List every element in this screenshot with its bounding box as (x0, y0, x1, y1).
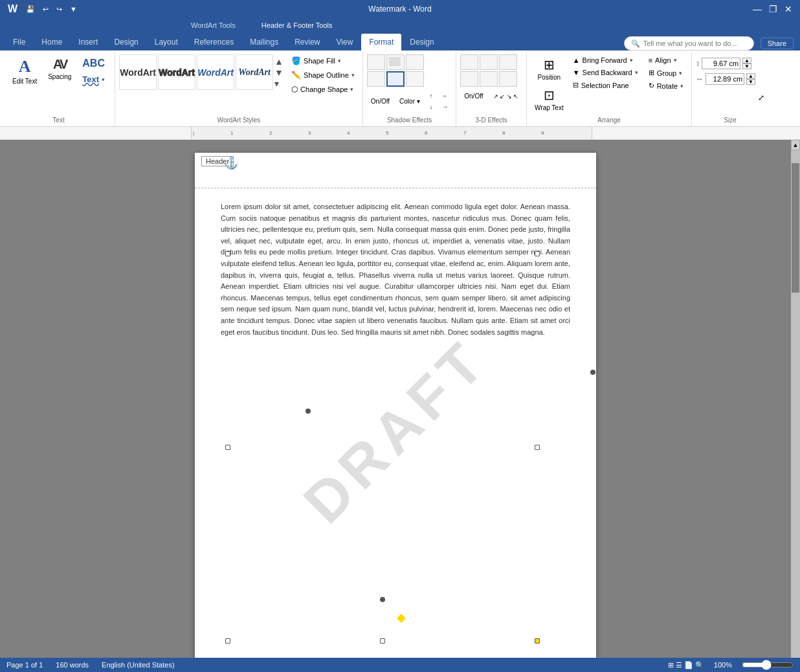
3d-on-off-button[interactable]: On/Off (460, 91, 487, 102)
wordart-style-3[interactable]: WordArt (197, 54, 234, 90)
bring-forward-button[interactable]: ▲ Bring Forward ▾ (569, 54, 642, 66)
tab-references[interactable]: References (186, 34, 241, 50)
wordart-tools-tab[interactable]: WordArt Tools (184, 20, 242, 30)
tab-layout[interactable]: Layout (147, 34, 186, 50)
save-button[interactable]: 💾 (24, 4, 37, 15)
redo-button[interactable]: ↪ (54, 4, 64, 15)
ribbon-group-shadow: On/Off Color ▾ ↑ ↓ ← → Shadow Effects (363, 52, 456, 126)
3d-style-4[interactable] (460, 71, 478, 87)
position-button[interactable]: ⊞ Position (531, 54, 568, 84)
scrollbar-track[interactable] (791, 150, 800, 672)
tab-file[interactable]: File (5, 34, 33, 50)
right-scrollbar[interactable]: ▲ ▼ (791, 140, 800, 672)
handle-middle-right[interactable] (535, 445, 540, 450)
width-input[interactable] (706, 73, 744, 85)
3d-style-5[interactable] (480, 71, 498, 87)
shadow-style-3[interactable] (406, 54, 424, 70)
search-input[interactable] (643, 39, 747, 47)
tab-review[interactable]: Review (287, 34, 328, 50)
zoom-slider[interactable] (742, 660, 794, 670)
shape-outline-button[interactable]: ✏️ Shape Outline ▾ (287, 69, 359, 82)
edit-text-button[interactable]: A Edit Text (6, 54, 43, 88)
wordart-style-2[interactable]: WordArt (158, 54, 195, 90)
scrollbar-thumb[interactable] (792, 163, 799, 293)
app-title: Watermark - Word (368, 5, 431, 14)
text-group-content: A Edit Text AV Spacing ABC Text ▾ (6, 53, 111, 115)
shadow-nudge-up[interactable]: ↑ (426, 91, 437, 101)
shadow-style-5[interactable] (386, 71, 405, 87)
size-expand-button[interactable]: ⤢ (758, 93, 764, 102)
height-input[interactable] (702, 58, 740, 69)
change-shape-button[interactable]: ⬡ Change Shape ▾ (287, 83, 359, 96)
customize-qat-button[interactable]: ▼ (68, 4, 79, 14)
text-dropdown-icon: ▾ (102, 76, 105, 83)
group-button[interactable]: ⊞ Group ▾ (645, 67, 687, 79)
header-area[interactable]: ⚓ Header (195, 153, 596, 188)
av-spacing-button[interactable]: AV Spacing (44, 54, 75, 84)
anchor-icon: ⚓ (224, 156, 238, 170)
shadow-style-2[interactable] (386, 54, 405, 70)
shadow-color-button[interactable]: Color ▾ (395, 91, 424, 112)
shadow-style-6[interactable] (406, 71, 424, 87)
shadow-style-1[interactable] (367, 54, 385, 70)
handle-bottom-left[interactable] (225, 638, 230, 644)
shadow-style-4[interactable] (367, 71, 385, 87)
3d-style-3[interactable] (499, 54, 517, 70)
undo-button[interactable]: ↩ (41, 4, 50, 15)
minimize-button[interactable]: — (751, 3, 764, 16)
size-group-label: Size (696, 115, 764, 125)
title-bar-left: W 💾 ↩ ↪ ▼ (5, 3, 79, 16)
text-effects-button[interactable]: Text ▾ (78, 73, 109, 86)
word-count: 160 words (56, 661, 89, 669)
selection-pane-icon: ⊟ (573, 81, 579, 89)
3d-style-6[interactable] (499, 71, 517, 87)
shape-outline-icon: ✏️ (291, 71, 301, 80)
handle-bottom-right[interactable] (535, 638, 540, 644)
align-button[interactable]: ≡ Align ▾ (645, 54, 687, 66)
close-button[interactable]: ✕ (782, 3, 795, 16)
handle-middle-left[interactable] (225, 445, 230, 450)
shadow-controls: On/Off Color ▾ ↑ ↓ ← → (367, 91, 452, 112)
tab-mailings[interactable]: Mailings (242, 34, 286, 50)
position-icon: ⊞ (544, 57, 555, 73)
wordart-style-1[interactable]: WordArt (119, 54, 157, 90)
shape-fill-button[interactable]: 🪣 Shape Fill ▾ (287, 54, 359, 67)
gallery-scroll[interactable]: ▲ ▼ ▾ (274, 56, 283, 89)
3d-group-label: 3-D Effects (460, 115, 522, 125)
ribbon-tabs: File Home Insert Design Layout Reference… (0, 32, 800, 50)
watermark-text: DRAFT (291, 326, 500, 536)
tab-design[interactable]: Design (106, 34, 146, 50)
tab-format[interactable]: Format (361, 34, 401, 50)
3d-style-2[interactable] (480, 54, 498, 70)
share-button[interactable]: Share (761, 38, 794, 49)
3d-style-1[interactable] (460, 54, 478, 70)
handle-yellow-diamond (397, 614, 406, 623)
abc-button[interactable]: ABC (78, 56, 109, 71)
tab-home[interactable]: Home (34, 34, 70, 50)
tab-insert[interactable]: Insert (71, 34, 106, 50)
wrap-text-button[interactable]: ⊡ Wrap Text (531, 85, 568, 114)
restore-button[interactable]: ❐ (766, 3, 779, 16)
selection-pane-label: Selection Pane (581, 82, 629, 89)
document-area[interactable]: ⚓ Header DRAFT (0, 140, 791, 672)
3d-tilt-buttons[interactable]: ↗ ↙ ↘ ↖ (489, 91, 523, 102)
height-increment[interactable]: ▲ (742, 58, 751, 63)
tab-design2[interactable]: Design (402, 34, 441, 50)
rotate-button[interactable]: ↻ Rotate ▾ (645, 80, 687, 92)
shadow-nudge-right[interactable]: → (438, 102, 452, 112)
tab-view[interactable]: View (329, 34, 361, 50)
wordart-style-4[interactable]: WordArt (236, 54, 273, 90)
shadow-nudge-down[interactable]: ↓ (426, 102, 437, 112)
width-decrement[interactable]: ▼ (746, 79, 755, 85)
shadow-on-off-button[interactable]: On/Off (367, 91, 394, 112)
height-decrement[interactable]: ▼ (742, 63, 751, 69)
ribbon-group-wordart: WordArt WordArt WordArt WordArt ▲ ▼ ▾ 🪣 … (115, 52, 363, 126)
handle-bottom-middle[interactable] (380, 638, 385, 644)
header-footer-tools-tab[interactable]: Header & Footer Tools (255, 20, 339, 30)
send-backward-button[interactable]: ▼ Send Backward ▾ (569, 67, 642, 78)
scroll-up-button[interactable]: ▲ (791, 140, 800, 150)
position-label: Position (538, 74, 561, 81)
selection-pane-button[interactable]: ⊟ Selection Pane (569, 79, 642, 91)
width-increment[interactable]: ▲ (746, 73, 755, 79)
shadow-nudge-left[interactable]: ← (438, 91, 452, 101)
